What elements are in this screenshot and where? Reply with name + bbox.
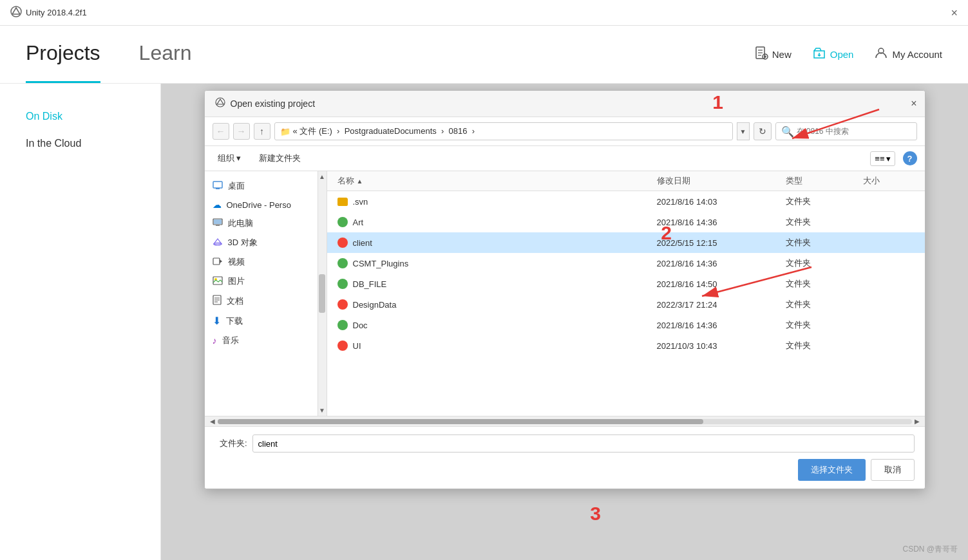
- left-panel-music[interactable]: ♪ 音乐: [205, 331, 327, 350]
- account-icon: [874, 46, 888, 63]
- desktop-label: 桌面: [228, 180, 245, 192]
- header-actions: New Open My Account: [754, 46, 942, 63]
- open-icon: [812, 46, 826, 63]
- unity-icon-green: [337, 217, 348, 227]
- left-panel-pictures[interactable]: 图片: [205, 272, 327, 291]
- file-list-panel: 名称 ▲ 修改日期 类型 大小: [327, 171, 925, 416]
- breadcrumb-dropdown-button[interactable]: ▼: [737, 122, 750, 140]
- myaccount-button[interactable]: My Account: [874, 46, 942, 63]
- file-item-art[interactable]: Art 2021/8/16 14:36 文件夹: [327, 212, 925, 232]
- pictures-icon: [213, 276, 223, 287]
- scrollbar-track: [218, 419, 912, 424]
- thispc-label: 此电脑: [228, 218, 253, 229]
- organize-button[interactable]: 组织 ▾: [213, 150, 247, 167]
- breadcrumb-path[interactable]: 📁 « 文件 (E:) › PostgraduateDocuments › 08…: [274, 122, 733, 140]
- svg-rect-20: [213, 258, 220, 265]
- left-panel-downloads[interactable]: ⬇ 下载: [205, 311, 327, 331]
- open-button[interactable]: Open: [812, 46, 854, 63]
- svg-marker-21: [220, 259, 222, 263]
- left-panel-documents[interactable]: 文档: [205, 291, 327, 311]
- scroll-right-arrow[interactable]: ▶: [912, 418, 922, 425]
- main-content: Open existing project × ← → ↑ 📁 « 文件 (E:…: [161, 84, 968, 560]
- svg-marker-1: [12, 8, 20, 14]
- file-toolbar: 组织 ▾ 新建文件夹 ≡≡ ▾ ?: [205, 146, 925, 171]
- unity-icon-red: [337, 238, 348, 248]
- search-input[interactable]: [797, 127, 911, 136]
- sidebar-item-ondisk[interactable]: On Disk: [0, 103, 160, 130]
- file-item-dbfile[interactable]: DB_FILE 2021/8/16 14:50 文件夹: [327, 274, 925, 294]
- file-item-doc[interactable]: Doc 2021/8/16 14:36 文件夹: [327, 315, 925, 335]
- sort-icon: ▲: [357, 178, 363, 185]
- file-dialog-titlebar: Open existing project ×: [205, 91, 925, 117]
- left-panel-desktop[interactable]: 桌面: [205, 176, 327, 196]
- breadcrumb-folder-icon: 📁: [280, 127, 290, 136]
- left-panel-scrollbar-thumb: [319, 274, 325, 313]
- dialog-title: Open existing project: [231, 98, 316, 109]
- cancel-button[interactable]: 取消: [871, 459, 915, 481]
- left-panel-3dobjects[interactable]: 3D 对象: [205, 233, 327, 252]
- back-button[interactable]: ←: [213, 123, 229, 140]
- left-panel-video[interactable]: 视频: [205, 252, 327, 272]
- file-item-ui[interactable]: UI 2021/10/3 10:43 文件夹: [327, 335, 925, 356]
- up-button[interactable]: ↑: [254, 123, 270, 140]
- content-area: On Disk In the Cloud Open existing proje…: [0, 84, 968, 560]
- view-button[interactable]: ≡≡ ▾: [870, 151, 895, 166]
- pictures-label: 图片: [228, 275, 245, 287]
- col-modified[interactable]: 修改日期: [657, 175, 786, 187]
- horizontal-scrollbar[interactable]: ◀ ▶: [205, 416, 925, 426]
- breadcrumb-bar: ← → ↑ 📁 « 文件 (E:) › PostgraduateDocument…: [205, 117, 925, 146]
- 3dobjects-label: 3D 对象: [228, 237, 258, 248]
- sidebar-item-inthecloud[interactable]: In the Cloud: [0, 130, 160, 157]
- svg-marker-12: [217, 99, 223, 104]
- open-label: Open: [830, 49, 854, 60]
- new-folder-button[interactable]: 新建文件夹: [254, 150, 306, 167]
- svg-rect-14: [216, 188, 220, 189]
- left-panel-scroll-down[interactable]: ▼: [317, 405, 327, 416]
- confirm-button[interactable]: 选择文件夹: [798, 459, 866, 481]
- col-size[interactable]: 大小: [863, 175, 915, 187]
- file-name-row: 文件夹:: [215, 434, 915, 453]
- main-layout: Projects Learn New Open: [0, 26, 968, 560]
- title-bar: Unity 2018.4.2f1 ×: [0, 0, 968, 26]
- unity-icon-red2: [337, 299, 348, 310]
- onedrive-icon: ☁: [213, 200, 222, 210]
- downloads-label: 下载: [226, 315, 243, 327]
- view-icon: ≡≡: [875, 154, 884, 163]
- scrollbar-thumb: [218, 419, 704, 424]
- col-type[interactable]: 类型: [786, 175, 863, 187]
- unity-dialog-icon: [215, 97, 225, 110]
- dialog-close-button[interactable]: ×: [911, 98, 916, 109]
- dialog-overlay: Open existing project × ← → ↑ 📁 « 文件 (E:…: [161, 84, 968, 560]
- file-item-designdata[interactable]: DesignData 2022/3/17 21:24 文件夹: [327, 294, 925, 315]
- scroll-left-arrow[interactable]: ◀: [207, 418, 218, 425]
- left-panel-onedrive[interactable]: ☁ OneDrive - Perso: [205, 196, 327, 214]
- left-panel-scroll-up[interactable]: ▲: [317, 171, 327, 182]
- tab-projects[interactable]: Projects: [26, 26, 100, 83]
- col-name[interactable]: 名称 ▲: [337, 175, 657, 187]
- unity-icon-red3: [337, 341, 348, 351]
- file-item-csmt[interactable]: CSMT_Plugins 2021/8/16 14:36 文件夹: [327, 253, 925, 274]
- documents-icon: [213, 295, 222, 307]
- left-panel-items: 桌面 ☁ OneDrive - Perso: [205, 171, 327, 355]
- breadcrumb-text: « 文件 (E:) › PostgraduateDocuments › 0816…: [293, 126, 475, 137]
- file-dialog: Open existing project × ← → ↑ 📁 « 文件 (E:…: [204, 90, 925, 489]
- search-icon: 🔍: [781, 126, 794, 138]
- video-icon: [213, 257, 223, 268]
- close-window-button[interactable]: ×: [951, 7, 958, 19]
- view-dropdown-icon: ▾: [886, 154, 891, 163]
- file-item-client[interactable]: client 2022/5/15 12:15 文件夹: [327, 232, 925, 253]
- refresh-button[interactable]: ↻: [754, 122, 772, 140]
- svg-rect-17: [216, 225, 220, 226]
- dialog-buttons: 选择文件夹 取消: [215, 459, 915, 481]
- forward-button[interactable]: →: [233, 123, 250, 140]
- tab-learn[interactable]: Learn: [139, 26, 192, 83]
- documents-label: 文档: [227, 295, 243, 307]
- new-button[interactable]: New: [754, 46, 792, 63]
- help-button[interactable]: ?: [903, 151, 917, 165]
- downloads-icon: ⬇: [213, 315, 221, 327]
- unity-logo-icon: [10, 6, 22, 20]
- file-item-svn[interactable]: .svn 2021/8/16 14:03 文件夹: [327, 191, 925, 212]
- left-panel-thispc[interactable]: 此电脑: [205, 214, 327, 233]
- file-name-input[interactable]: [252, 434, 915, 453]
- desktop-icon: [213, 181, 223, 192]
